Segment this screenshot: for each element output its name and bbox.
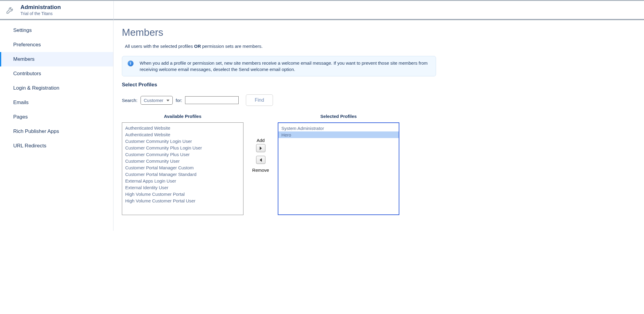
- sidebar-item-contributors[interactable]: Contributors: [0, 66, 113, 81]
- list-item[interactable]: Authenticated Website: [122, 131, 243, 138]
- available-profiles-listbox[interactable]: Authenticated WebsiteAuthenticated Websi…: [122, 122, 243, 215]
- sidebar-item-login-registration[interactable]: Login & Registration: [0, 81, 113, 95]
- subhead-prefix: All users with the selected profiles: [125, 44, 194, 49]
- list-item[interactable]: Customer Portal Manager Custom: [122, 164, 243, 171]
- search-category-select[interactable]: Customer: [141, 96, 173, 105]
- select-profiles-label: Select Profiles: [122, 82, 436, 88]
- header: Administration Trial of the Titans: [0, 1, 644, 20]
- list-item[interactable]: System Administrator: [278, 125, 399, 131]
- find-button[interactable]: Find: [246, 94, 273, 106]
- sidebar-item-preferences[interactable]: Preferences: [0, 38, 113, 52]
- sidebar-item-members[interactable]: Members: [0, 52, 113, 66]
- for-label: for:: [176, 98, 182, 103]
- search-row: Search: Customer for: Find: [122, 94, 436, 106]
- list-item[interactable]: High Volume Customer Portal: [122, 191, 243, 197]
- list-item[interactable]: Customer Community User: [122, 158, 243, 164]
- wrench-icon: [5, 5, 15, 15]
- info-text: When you add a profile or permission set…: [140, 60, 430, 72]
- sidebar-item-settings[interactable]: Settings: [0, 23, 113, 38]
- sidebar: SettingsPreferencesMembersContributorsLo…: [0, 20, 113, 231]
- add-button[interactable]: [256, 144, 265, 152]
- list-item[interactable]: External Apps Login User: [122, 177, 243, 184]
- subhead-bold: OR: [194, 44, 201, 49]
- list-item[interactable]: Customer Community Plus Login User: [122, 144, 243, 151]
- info-icon: i: [128, 60, 134, 66]
- sidebar-item-emails[interactable]: Emails: [0, 95, 113, 110]
- list-item[interactable]: External Identity User: [122, 184, 243, 191]
- list-item[interactable]: Authenticated Website: [122, 125, 243, 131]
- search-input[interactable]: [185, 96, 239, 104]
- arrow-left-icon: [260, 158, 262, 162]
- list-item[interactable]: Hero: [278, 131, 399, 138]
- duel-picklist: Available Profiles Authenticated Website…: [122, 114, 436, 215]
- subhead-suffix: permission sets are members.: [201, 44, 263, 49]
- list-item[interactable]: High Volume Customer Portal User: [122, 197, 243, 204]
- sidebar-item-url-redirects[interactable]: URL Redirects: [0, 139, 113, 153]
- subhead: All users with the selected profiles OR …: [125, 44, 436, 49]
- selected-profiles-listbox[interactable]: System AdministratorHero: [278, 122, 399, 215]
- remove-button[interactable]: [256, 156, 265, 164]
- search-label: Search:: [122, 98, 138, 103]
- add-label: Add: [257, 138, 265, 143]
- selected-profiles-header: Selected Profiles: [320, 114, 357, 119]
- sidebar-item-rich-publisher-apps[interactable]: Rich Publisher Apps: [0, 124, 113, 139]
- list-item[interactable]: Customer Community Login User: [122, 138, 243, 144]
- app-subtitle: Trial of the Titans: [20, 11, 61, 16]
- search-category-value: Customer: [144, 98, 163, 103]
- sidebar-item-pages[interactable]: Pages: [0, 110, 113, 124]
- app-title: Administration: [20, 4, 61, 11]
- remove-label: Remove: [252, 168, 269, 173]
- list-item[interactable]: Customer Community Plus User: [122, 151, 243, 158]
- arrow-right-icon: [260, 146, 262, 150]
- info-box: i When you add a profile or permission s…: [122, 56, 436, 76]
- list-item[interactable]: Customer Portal Manager Standard: [122, 171, 243, 177]
- page-title: Members: [122, 27, 436, 38]
- available-profiles-header: Available Profiles: [164, 114, 202, 119]
